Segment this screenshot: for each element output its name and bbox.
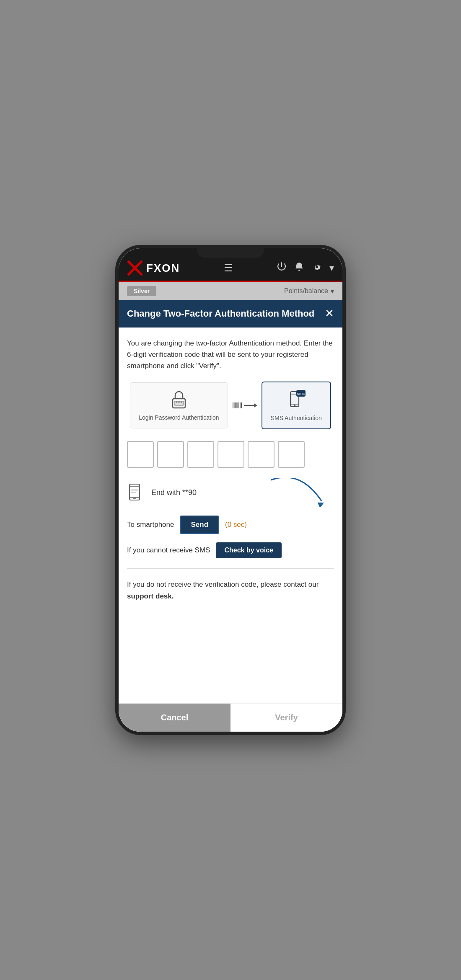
modal-overlay: Change Two-Factor Authentication Method … [119, 300, 342, 732]
code-digit-1[interactable] [127, 441, 154, 468]
modal-header: Change Two-Factor Authentication Method … [119, 300, 342, 328]
logo-text: FXON [146, 262, 180, 275]
sms-phone-icon: sms [285, 389, 307, 411]
gear-icon[interactable] [312, 262, 322, 274]
lock-icon: **** [168, 389, 189, 410]
auth-to-box: sms SMS Authentication [262, 382, 331, 429]
code-digit-2[interactable] [157, 441, 184, 468]
points-chevron-icon[interactable]: ▾ [331, 287, 334, 295]
curved-arrow [267, 478, 330, 507]
timer-text: (0 sec) [225, 521, 247, 529]
device-icon [127, 483, 145, 502]
code-digit-6[interactable] [278, 441, 305, 468]
phone-frame: FXON ☰ [115, 245, 346, 735]
modal-footer: Cancel Verify [119, 703, 342, 732]
bell-icon[interactable] [294, 262, 304, 274]
hamburger-icon[interactable]: ☰ [224, 262, 233, 274]
send-button[interactable]: Send [180, 516, 219, 534]
verify-button[interactable]: Verify [230, 704, 342, 732]
svg-point-18 [294, 405, 295, 406]
close-button[interactable]: ✕ [325, 308, 334, 319]
voice-row: If you cannot receive SMS Check by voice [127, 542, 334, 558]
check-by-voice-button[interactable]: Check by voice [216, 542, 282, 558]
code-input-group [127, 441, 334, 468]
power-icon[interactable] [277, 262, 287, 274]
send-row: To smartphone Send (0 sec) [127, 516, 334, 534]
phone-info-row: End with **90 [127, 478, 334, 507]
fxon-logo-icon [127, 260, 143, 276]
points-bar: Silver Points/balance ▾ [119, 282, 342, 300]
phone-content: FXON ☰ [119, 248, 342, 732]
modal-title: Change Two-Factor Authentication Method [127, 308, 320, 320]
auth-to-label: SMS Authentication [271, 414, 322, 422]
chevron-down-icon[interactable]: ▾ [329, 263, 334, 273]
svg-marker-14 [254, 403, 257, 407]
arrow-right-icon [232, 399, 257, 412]
auth-from-label: Login Password Authentication [139, 414, 219, 421]
svg-marker-28 [317, 502, 324, 507]
svg-rect-24 [133, 498, 136, 499]
nav-icons: ▾ [277, 262, 334, 274]
modal-body: You are changing the two-factor Authenti… [119, 328, 342, 703]
code-digit-4[interactable] [218, 441, 244, 468]
phone-end-text: End with **90 [151, 488, 197, 497]
code-digit-3[interactable] [187, 441, 214, 468]
divider [127, 568, 334, 569]
points-balance-label: Points/balance ▾ [284, 287, 334, 295]
logo: FXON [127, 260, 180, 276]
auth-from-box: **** Login Password Authentication [130, 382, 228, 428]
send-label: To smartphone [127, 521, 174, 529]
support-text: If you do not receive the verification c… [127, 579, 334, 601]
phone-notch [197, 248, 264, 258]
voice-label: If you cannot receive SMS [127, 546, 210, 554]
support-link[interactable]: support desk. [127, 592, 174, 600]
svg-text:sms: sms [297, 392, 305, 396]
cancel-button[interactable]: Cancel [119, 704, 230, 732]
code-digit-5[interactable] [248, 441, 275, 468]
auth-diagram: **** Login Password Authentication [127, 382, 334, 429]
svg-text:****: **** [176, 401, 182, 405]
silver-badge: Silver [127, 286, 156, 296]
description-text: You are changing the two-factor Authenti… [127, 338, 334, 372]
